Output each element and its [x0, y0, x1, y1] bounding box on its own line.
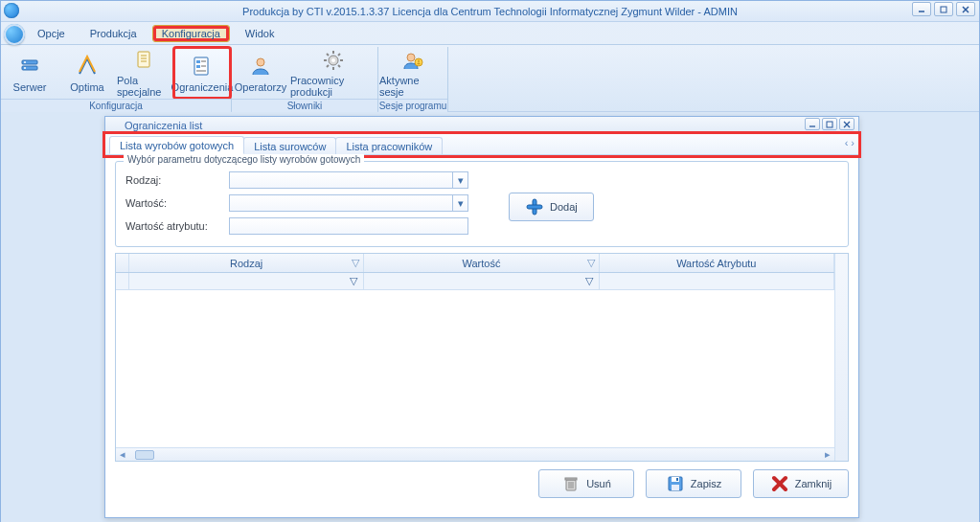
svg-point-18: [257, 58, 264, 66]
tabstrip: Lista wyrobów gotowych Lista surowców Li…: [105, 134, 858, 155]
ribbon: Serwer Optima Pola specjalne Ograniczeni…: [1, 45, 979, 112]
main-window: Produkcja by CTI v.2015.1.3.37 Licencja …: [0, 0, 980, 522]
scroll-right-icon[interactable]: ▸: [821, 448, 834, 461]
optima-icon: [74, 53, 101, 79]
tabs-nav: ‹ ›: [845, 137, 855, 148]
filter-icon[interactable]: ▽: [587, 257, 595, 269]
svg-point-6: [24, 61, 26, 63]
grid-filter-selector[interactable]: [116, 273, 129, 289]
grid-body[interactable]: [116, 290, 834, 447]
menu-opcje[interactable]: Opcje: [28, 25, 75, 42]
grid-col-label: Wartość Atrybutu: [676, 258, 756, 269]
grid-vscrollbar[interactable]: [834, 254, 848, 461]
minimize-button[interactable]: [912, 2, 931, 16]
add-button-label: Dodaj: [550, 201, 578, 213]
groupbox-parametry: Wybór parametru dotyczącego listy wyrobó…: [115, 161, 849, 247]
label-wartosc: Wartość:: [125, 197, 221, 209]
ribbon-group-konfiguracja: Serwer Optima Pola specjalne Ograniczeni…: [1, 47, 232, 111]
tabs-next-icon[interactable]: ›: [851, 137, 855, 148]
grid-hscrollbar[interactable]: ◂ ▸: [116, 447, 834, 461]
close-icon: [770, 474, 789, 493]
grid-row-selector-header[interactable]: [116, 254, 129, 272]
grid-col-label: Rodzaj: [230, 258, 262, 269]
tab-surowce[interactable]: Lista surowców: [243, 137, 336, 154]
ribbon-btn-optima[interactable]: Optima: [58, 47, 116, 99]
filter-icon[interactable]: ▽: [352, 257, 359, 269]
menubar: Opcje Produkcja Konfiguracja Widok: [1, 22, 979, 45]
menu-widok[interactable]: Widok: [236, 25, 285, 42]
svg-rect-46: [672, 485, 679, 490]
delete-button-label: Usuń: [586, 478, 611, 489]
svg-line-28: [338, 54, 340, 56]
delete-button[interactable]: Usuń: [538, 469, 634, 498]
scroll-left-icon[interactable]: ◂: [116, 448, 129, 461]
grid-col-wartosc[interactable]: Wartość▽: [364, 254, 599, 272]
tab-pracownicy[interactable]: Lista pracowników: [335, 137, 443, 154]
svg-rect-40: [565, 478, 577, 480]
menu-konfiguracja[interactable]: Konfiguracja: [152, 25, 230, 42]
gear-icon: [320, 48, 347, 73]
ribbon-btn-serwer[interactable]: Serwer: [1, 47, 58, 99]
svg-point-20: [331, 58, 335, 62]
child-close-button[interactable]: [839, 118, 855, 130]
svg-point-29: [407, 54, 415, 61]
tab-wyroby-gotowe[interactable]: Lista wyrobów gotowych: [109, 136, 244, 154]
close-form-button[interactable]: Zamknij: [753, 469, 849, 498]
ribbon-btn-label: Optima: [70, 81, 103, 93]
child-app-icon: [109, 120, 121, 131]
ribbon-btn-operatorzy[interactable]: Operatorzy: [232, 47, 289, 99]
svg-rect-38: [527, 205, 542, 209]
ribbon-btn-pola-specjalne[interactable]: Pola specjalne: [116, 47, 173, 99]
svg-rect-13: [196, 60, 200, 63]
close-button[interactable]: [956, 2, 975, 16]
ribbon-group-label: Sesje programu: [378, 99, 447, 112]
label-rodzaj: Rodzaj:: [125, 174, 221, 186]
filter-icon: ▽: [350, 275, 357, 287]
ribbon-btn-ograniczenia[interactable]: Ograniczenia: [173, 47, 231, 99]
combo-wartosc[interactable]: ▾: [229, 194, 468, 212]
svg-rect-32: [418, 63, 421, 64]
grid-col-wartosc-atrybutu[interactable]: Wartość Atrybutu: [600, 254, 834, 272]
restrictions-icon: [189, 53, 216, 79]
svg-rect-8: [138, 52, 149, 67]
ribbon-btn-label: Operatorzy: [235, 81, 286, 93]
svg-rect-34: [827, 122, 832, 127]
save-button-label: Zapisz: [691, 478, 721, 489]
scroll-thumb[interactable]: [135, 450, 154, 460]
tabs-prev-icon[interactable]: ‹: [845, 137, 849, 148]
ribbon-btn-aktywne-sesje[interactable]: Aktywne sesje: [378, 47, 447, 99]
svg-rect-1: [941, 7, 946, 12]
svg-rect-14: [196, 65, 200, 68]
child-minimize-button[interactable]: [805, 118, 820, 130]
grid-col-rodzaj[interactable]: Rodzaj▽: [129, 254, 364, 272]
grid: Rodzaj▽ Wartość▽ Wartość Atrybutu ▽ ▽: [115, 253, 849, 462]
input-wartosc-atrybutu[interactable]: [229, 217, 468, 235]
grid-filter-wartosc[interactable]: ▽: [364, 273, 599, 289]
ribbon-group-label: Słowniki: [232, 99, 377, 112]
app-orb-icon[interactable]: [4, 24, 25, 45]
filter-icon: ▽: [585, 275, 593, 287]
grid-filter-rodzaj[interactable]: ▽: [129, 273, 364, 289]
mdi-area: Ograniczenia list Lista wyrobów gotowych…: [1, 112, 979, 522]
label-wartosc-atrybutu: Wartość atrybutu:: [125, 220, 221, 232]
ribbon-btn-label: Pola specjalne: [117, 75, 172, 98]
menu-produkcja[interactable]: Produkcja: [80, 25, 147, 42]
svg-line-27: [327, 65, 329, 67]
titlebar: Produkcja by CTI v.2015.1.3.37 Licencja …: [1, 1, 979, 22]
maximize-button[interactable]: [934, 2, 953, 16]
ribbon-group-label: Konfiguracja: [1, 99, 231, 112]
svg-rect-31: [418, 60, 419, 63]
add-button[interactable]: Dodaj: [509, 193, 594, 221]
ribbon-btn-pracownicy-produkcji[interactable]: Pracownicy produkcji: [289, 47, 377, 99]
grid-filter-wartosc-atrybutu[interactable]: [600, 273, 834, 289]
server-icon: [16, 53, 43, 79]
child-titlebar: Ograniczenia list: [105, 117, 858, 134]
save-button[interactable]: Zapisz: [646, 469, 741, 498]
child-window-controls: [805, 118, 855, 130]
fields-icon: [131, 48, 158, 73]
combo-rodzaj[interactable]: ▾: [229, 171, 468, 189]
svg-line-25: [327, 54, 329, 56]
child-maximize-button[interactable]: [822, 118, 837, 130]
ribbon-btn-label: Aktywne sesje: [379, 75, 446, 98]
grid-filter-row: ▽ ▽: [116, 273, 834, 290]
